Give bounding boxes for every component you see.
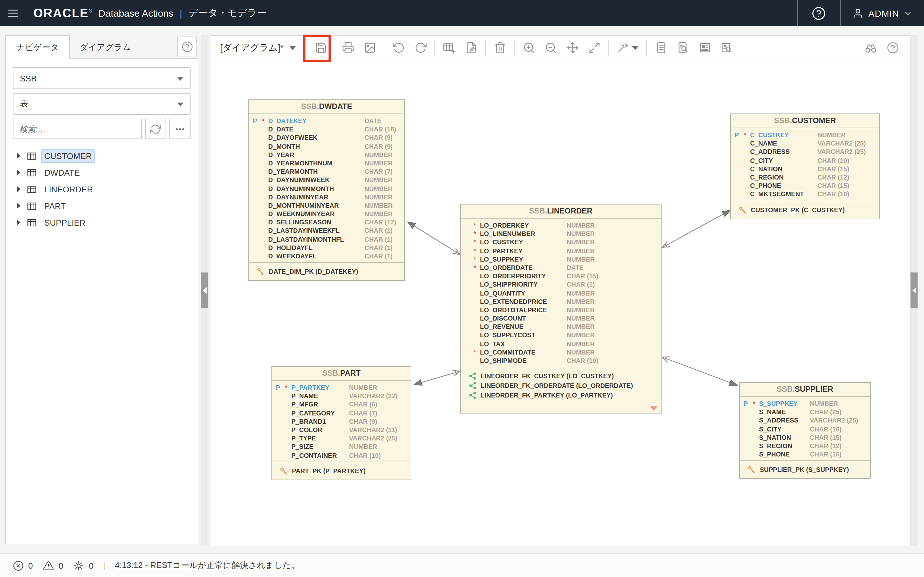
column-name: C_PHONE: [750, 181, 781, 190]
warning-count[interactable]: 0: [43, 560, 63, 571]
tree-item-dwdate[interactable]: DWDATE: [13, 164, 191, 181]
column-row: D_LASTDAYINMONTHFLCHAR (1): [249, 235, 404, 243]
expand-chevron-icon[interactable]: [17, 169, 21, 176]
zoom-in-button[interactable]: [518, 38, 540, 57]
column-name: LO_SHIPPRIORITY: [480, 280, 538, 289]
column-type: NUMBER: [567, 348, 595, 356]
object-type-select[interactable]: 表: [13, 93, 191, 115]
column-row: *LO_ORDERKEYNUMBER: [461, 221, 661, 229]
diagram-title-dropdown-icon[interactable]: [289, 46, 296, 50]
column-name: P_MFGR: [291, 400, 318, 409]
tree-item-customer[interactable]: CUSTOMER: [13, 147, 191, 164]
left-splitter-collapse-handle[interactable]: [201, 272, 208, 308]
tree-item-part[interactable]: PART: [13, 197, 191, 214]
tab-navigator[interactable]: ナビゲータ: [5, 35, 70, 59]
column-name: S_CITY: [759, 425, 782, 433]
key-label: LINEORDER_FK_CUSTKEY (LO_CUSTKEY): [481, 371, 614, 381]
column-name: P_NAME: [291, 392, 318, 400]
column-type: CHAR (15): [817, 165, 849, 173]
column-type: NUMBER: [567, 314, 595, 322]
column-row: *LO_SUPPKEYNUMBER: [461, 255, 661, 263]
diagram-table-dwdate[interactable]: SSB.DWDATEP*D_DATEKEYDATED_DATECHAR (18)…: [248, 99, 405, 281]
binoculars-icon: [864, 41, 877, 54]
info-count[interactable]: 0: [73, 560, 94, 571]
more-options-button[interactable]: [170, 119, 191, 139]
expand-chevron-icon[interactable]: [17, 186, 21, 192]
newspaper-icon: [698, 42, 711, 54]
tab-diagram[interactable]: ダイアグラム: [70, 35, 141, 59]
overflow-indicator-icon[interactable]: [650, 406, 658, 411]
pan-button[interactable]: [561, 38, 583, 57]
save-button[interactable]: [310, 38, 332, 57]
column-row: LO_SHIPPRIORITYCHAR (1): [461, 280, 661, 289]
undo-button[interactable]: [388, 38, 409, 57]
search-input[interactable]: [13, 119, 142, 139]
diagram-table-part[interactable]: SSB.PARTP*P_PARTKEYNUMBERP_NAMEVARCHAR2 …: [271, 366, 411, 480]
column-type: CHAR (1): [365, 227, 393, 235]
diagram-table-customer[interactable]: SSB.CUSTOMERP*C_CUSTKEYNUMBERC_NAMEVARCH…: [730, 113, 880, 219]
refresh-button[interactable]: [145, 119, 166, 139]
error-count[interactable]: 0: [13, 560, 33, 571]
navigator-help-button[interactable]: [177, 37, 197, 56]
find-button[interactable]: [860, 38, 882, 57]
column-row: P*C_CUSTKEYNUMBER: [731, 131, 879, 139]
key-label: LINEORDER_FK_PARTKEY (LO_PARTKEY): [481, 390, 613, 400]
right-splitter-collapse-handle[interactable]: [911, 272, 918, 308]
primary-key-row: CUSTOMER_PK (C_CUSTKEY): [731, 205, 879, 214]
fit-screen-button[interactable]: [583, 38, 605, 57]
collapse-left-icon: [912, 287, 916, 293]
column-row: S_NATIONCHAR (15): [740, 434, 870, 442]
help-circle-icon: [181, 41, 193, 52]
column-row: P_TYPEVARCHAR2 (25): [272, 434, 411, 442]
report-button[interactable]: [694, 38, 716, 57]
column-name: C_NATION: [750, 165, 782, 173]
add-object-button[interactable]: [438, 38, 460, 57]
tree-item-supplier[interactable]: SUPPLIER: [13, 214, 191, 231]
ddl-preview-button[interactable]: [650, 38, 672, 57]
column-name: D_MONTH: [268, 142, 300, 150]
navigator-body: SSB 表 CUSTOMERDWDATELINEORDERPARTSUPPLIE…: [5, 58, 198, 544]
expand-chevron-icon[interactable]: [17, 219, 21, 226]
redo-button[interactable]: [409, 38, 431, 57]
tree-item-lineorder[interactable]: LINEORDER: [13, 181, 191, 197]
auto-layout-button[interactable]: [612, 38, 643, 57]
column-row: LO_TAXNUMBER: [461, 340, 661, 348]
print-button[interactable]: [337, 38, 359, 57]
column-name: LO_LINENUMBER: [480, 229, 535, 238]
undo-icon: [393, 42, 405, 54]
diagram-table-supplier[interactable]: SSB.SUPPLIERP*S_SUPPKEYNUMBERS_NAMECHAR …: [739, 382, 871, 479]
column-list: P*S_SUPPKEYNUMBERS_NAMECHAR (25)S_ADDRES…: [740, 397, 870, 461]
column-row: P*S_SUPPKEYNUMBER: [740, 400, 870, 408]
primary-key-row: SUPPLIER_PK (S_SUPPKEY): [740, 465, 870, 475]
status-bar: 0 0 0 | 4:13:12 - RESTコールが正常に解決されました。: [0, 553, 924, 577]
user-menu-button[interactable]: ADMIN: [841, 0, 924, 26]
status-message-link[interactable]: 4:13:12 - RESTコールが正常に解決されました。: [115, 560, 299, 571]
table-title: SSB.LINEORDER: [461, 205, 661, 219]
header-help-button[interactable]: [798, 0, 840, 26]
delete-button[interactable]: [489, 38, 511, 57]
table-title: SSB.PART: [272, 367, 411, 381]
column-name: C_MKTSEGMENT: [750, 190, 804, 198]
diagram-table-lineorder[interactable]: SSB.LINEORDER*LO_ORDERKEYNUMBER*LO_LINEN…: [460, 204, 662, 414]
column-type: VARCHAR2 (25): [817, 139, 866, 147]
zoom-out-button[interactable]: [540, 38, 561, 57]
column-name: D_HOLIDAYFL: [268, 243, 312, 252]
hamburger-menu-icon[interactable]: [0, 0, 26, 26]
column-name: D_LASTDAYINWEEKFL: [268, 227, 340, 235]
toolbar-help-button[interactable]: [882, 38, 903, 57]
expand-chevron-icon[interactable]: [17, 153, 21, 159]
edit-object-button[interactable]: [460, 38, 482, 57]
schema-select[interactable]: SSB: [13, 67, 191, 89]
column-row: P_COLORVARCHAR2 (11): [272, 426, 411, 434]
column-name: S_NATION: [759, 434, 791, 442]
column-type: NUMBER: [567, 255, 595, 263]
app: ORACLE® Database Actions | データ・モデラー ADMI…: [0, 0, 924, 577]
column-name: LO_TAX: [480, 340, 505, 348]
column-type: NUMBER: [365, 151, 393, 159]
column-row: C_REGIONCHAR (12): [731, 173, 879, 181]
report-search-button[interactable]: [716, 38, 737, 57]
ddl-preview-search-button[interactable]: [672, 38, 694, 57]
expand-chevron-icon[interactable]: [17, 203, 21, 209]
export-image-button[interactable]: [359, 38, 381, 57]
diagram-area[interactable]: SSB.DWDATEP*D_DATEKEYDATED_DATECHAR (18)…: [210, 60, 910, 546]
